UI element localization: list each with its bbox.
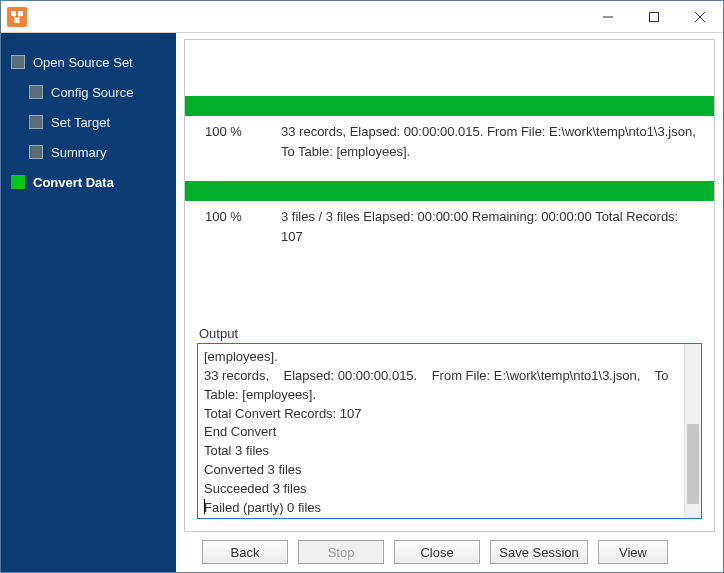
svg-rect-2: [15, 18, 20, 23]
output-label: Output: [185, 326, 714, 343]
total-progress-percent: 100 %: [205, 207, 259, 246]
app-window: Open Source Set Config Source Set Target…: [0, 0, 724, 573]
step-icon: [29, 115, 43, 129]
step-icon: [29, 85, 43, 99]
maximize-button[interactable]: [631, 1, 677, 33]
sidebar-item-summary[interactable]: Summary: [1, 137, 176, 167]
body: Open Source Set Config Source Set Target…: [1, 33, 723, 572]
svg-rect-0: [11, 11, 16, 16]
sidebar-item-label: Open Source Set: [33, 55, 133, 70]
step-icon: [11, 175, 25, 189]
total-progress-details: 3 files / 3 files Elapsed: 00:00:00 Rema…: [281, 207, 700, 246]
titlebar: [1, 1, 723, 33]
scrollbar-thumb[interactable]: [687, 424, 699, 504]
sidebar-item-label: Convert Data: [33, 175, 114, 190]
sidebar-item-convert-data[interactable]: Convert Data: [1, 167, 176, 197]
titlebar-left: [1, 7, 27, 27]
file-progress-status: 100 % 33 records, Elapsed: 00:00:00.015.…: [185, 122, 714, 167]
back-button[interactable]: Back: [202, 540, 288, 564]
view-button[interactable]: View: [598, 540, 668, 564]
output-section: Output [employees]. 33 records, Elapsed:…: [185, 326, 714, 525]
total-progress-status: 100 % 3 files / 3 files Elapsed: 00:00:0…: [185, 207, 714, 252]
content-area: 100 % 33 records, Elapsed: 00:00:00.015.…: [184, 39, 715, 532]
output-scrollbar[interactable]: [684, 344, 701, 518]
output-textarea[interactable]: [employees]. 33 records, Elapsed: 00:00:…: [197, 343, 702, 519]
step-icon: [11, 55, 25, 69]
main-panel: 100 % 33 records, Elapsed: 00:00:00.015.…: [176, 33, 723, 572]
output-text: [employees]. 33 records, Elapsed: 00:00:…: [198, 344, 684, 518]
window-controls: [585, 1, 723, 33]
file-progress-bar: [185, 96, 714, 116]
sidebar-item-set-target[interactable]: Set Target: [1, 107, 176, 137]
svg-rect-6: [650, 12, 659, 21]
close-button[interactable]: [677, 1, 723, 33]
sidebar-item-config-source[interactable]: Config Source: [1, 77, 176, 107]
stop-button: Stop: [298, 540, 384, 564]
button-row: Back Stop Close Save Session View: [184, 532, 715, 564]
sidebar-item-open-source-set[interactable]: Open Source Set: [1, 47, 176, 77]
sidebar: Open Source Set Config Source Set Target…: [1, 33, 176, 572]
save-session-button[interactable]: Save Session: [490, 540, 588, 564]
file-progress-percent: 100 %: [205, 122, 259, 161]
sidebar-item-label: Summary: [51, 145, 107, 160]
file-progress-details: 33 records, Elapsed: 00:00:00.015. From …: [281, 122, 700, 161]
sidebar-item-label: Config Source: [51, 85, 133, 100]
app-icon: [7, 7, 27, 27]
sidebar-item-label: Set Target: [51, 115, 110, 130]
close-dialog-button[interactable]: Close: [394, 540, 480, 564]
minimize-button[interactable]: [585, 1, 631, 33]
step-icon: [29, 145, 43, 159]
text-caret: [204, 499, 205, 514]
total-progress-bar: [185, 181, 714, 201]
svg-rect-1: [18, 11, 23, 16]
